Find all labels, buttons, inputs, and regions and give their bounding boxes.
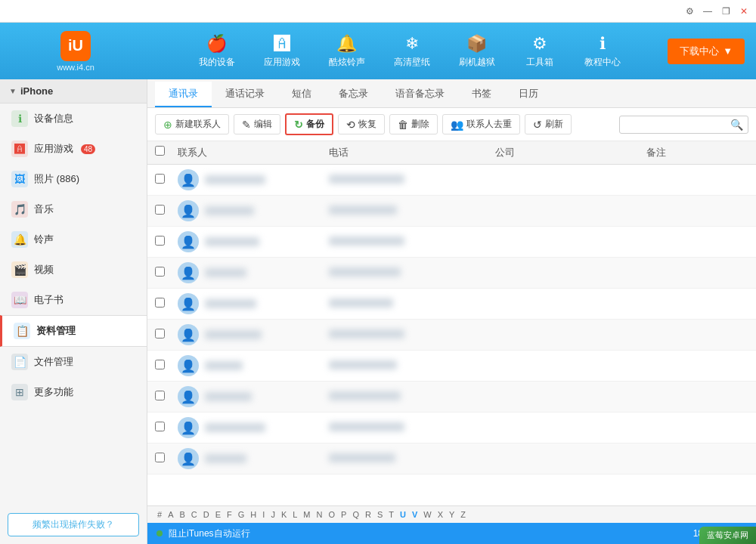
search-input[interactable] (624, 119, 730, 130)
row-checkbox[interactable] (147, 391, 170, 403)
search-box[interactable]: 🔍 (619, 116, 748, 134)
sidebar-item-more[interactable]: ⊞ 更多功能 (0, 377, 147, 407)
row-checkbox[interactable] (147, 422, 170, 434)
alpha-F[interactable]: F (225, 509, 234, 520)
edit-button[interactable]: ✎ 编辑 (234, 114, 280, 134)
table-row[interactable]: 👤 (147, 351, 756, 382)
download-button[interactable]: 下载中心 ▼ (668, 39, 745, 64)
minimize-icon[interactable]: — (702, 5, 714, 17)
row-checkbox[interactable] (147, 360, 170, 372)
sidebar-header: ▼ iPhone (0, 79, 147, 104)
sidebar-label-music: 音乐 (34, 202, 54, 216)
alpha-K[interactable]: K (279, 509, 289, 520)
nav-item-my-device[interactable]: 🍎 我的设备 (188, 29, 246, 73)
tab-notes[interactable]: 备忘录 (325, 82, 382, 107)
faq-button[interactable]: 频繁出现操作失败？ (8, 513, 139, 536)
row-checkbox[interactable] (147, 174, 170, 186)
alpha-Z[interactable]: Z (458, 509, 468, 520)
row-checkbox[interactable] (147, 453, 170, 465)
alpha-Y[interactable]: Y (447, 509, 457, 520)
alpha-P[interactable]: P (339, 509, 349, 520)
refresh-button[interactable]: ↺ 刷新 (525, 114, 572, 134)
sidebar: ▼ iPhone ℹ 设备信息 🅰 应用游戏48 🖼 照片 (886) 🎵 音乐… (0, 79, 147, 544)
alpha-I[interactable]: I (260, 509, 267, 520)
alpha-X[interactable]: X (435, 509, 445, 520)
alpha-B[interactable]: B (177, 509, 187, 520)
row-checkbox[interactable] (147, 298, 170, 310)
alpha-O[interactable]: O (326, 509, 337, 520)
table-row[interactable]: 👤 (147, 382, 756, 413)
alpha-S[interactable]: S (375, 509, 385, 520)
alpha-J[interactable]: J (268, 509, 277, 520)
table-row[interactable]: 👤 (147, 258, 756, 289)
row-checkbox[interactable] (147, 236, 170, 248)
alpha-T[interactable]: T (386, 509, 396, 520)
table-row[interactable]: 👤 (147, 196, 756, 227)
tab-contacts[interactable]: 通讯录 (155, 82, 212, 107)
sidebar-icon-video: 🎬 (11, 261, 28, 278)
tab-call-log[interactable]: 通话记录 (212, 82, 278, 107)
delete-button[interactable]: 🗑 删除 (389, 114, 438, 134)
sidebar-item-apps[interactable]: 🅰 应用游戏48 (0, 134, 147, 164)
row-checkbox[interactable] (147, 267, 170, 279)
sidebar-item-ringtone[interactable]: 🔔 铃声 (0, 224, 147, 255)
nav-item-tutorial[interactable]: ℹ 教程中心 (574, 29, 631, 73)
sidebar-item-photos[interactable]: 🖼 照片 (886) (0, 164, 147, 194)
table-row[interactable]: 👤 (147, 413, 756, 444)
row-contact: 👤 (170, 324, 321, 345)
nav-item-wallpaper[interactable]: ❄ 高清壁纸 (383, 29, 441, 73)
alpha-N[interactable]: N (314, 509, 325, 520)
alpha-W[interactable]: W (421, 509, 433, 520)
alpha-M[interactable]: M (301, 509, 312, 520)
alpha-E[interactable]: E (213, 509, 223, 520)
sidebar-items: ℹ 设备信息 🅰 应用游戏48 🖼 照片 (886) 🎵 音乐 🔔 铃声 🎬 视… (0, 104, 147, 407)
alpha-R[interactable]: R (363, 509, 373, 520)
alpha-V[interactable]: V (410, 509, 420, 520)
row-checkbox[interactable] (147, 205, 170, 217)
table-row[interactable]: 👤 (147, 320, 756, 351)
backup-button[interactable]: ↻ 备份 (285, 113, 333, 135)
new-contact-button[interactable]: ⊕ 新建联系人 (155, 114, 229, 134)
status-text[interactable]: 阻止iTunes自动运行 (169, 527, 250, 540)
row-checkbox[interactable] (147, 329, 170, 341)
table-row[interactable]: 👤 (147, 444, 756, 474)
tab-bookmark[interactable]: 书签 (458, 82, 505, 107)
alpha-C[interactable]: C (189, 509, 200, 520)
alpha-U[interactable]: U (398, 509, 408, 520)
table-row[interactable]: 👤 (147, 227, 756, 258)
alpha-D[interactable]: D (201, 509, 212, 520)
add-icon: ⊕ (163, 119, 172, 131)
alpha-G[interactable]: G (236, 509, 247, 520)
alpha-L[interactable]: L (290, 509, 299, 520)
sidebar-label-photos: 照片 (886) (34, 172, 79, 186)
nav-item-ringtone[interactable]: 🔔 酷炫铃声 (318, 29, 376, 73)
alpha-A[interactable]: A (166, 509, 175, 520)
sidebar-item-music[interactable]: 🎵 音乐 (0, 194, 147, 224)
dedup-button[interactable]: 👥 联系人去重 (442, 114, 520, 134)
table-row[interactable]: 👤 (147, 165, 756, 196)
close-icon[interactable]: ✕ (738, 5, 750, 17)
alpha-H[interactable]: H (248, 509, 259, 520)
nav-item-jailbreak[interactable]: 📦 刷机越狱 (448, 29, 506, 73)
sidebar-item-device-info[interactable]: ℹ 设备信息 (0, 104, 147, 134)
sidebar-item-video[interactable]: 🎬 视频 (0, 255, 147, 285)
tab-calendar[interactable]: 日历 (505, 82, 552, 107)
sidebar-item-file-mgmt[interactable]: 📄 文件管理 (0, 347, 147, 377)
sidebar-item-data-mgmt[interactable]: 📋 资料管理 (0, 315, 147, 347)
sidebar-label-ebook: 电子书 (34, 293, 64, 307)
nav-icon-toolbox: ⚙ (532, 34, 547, 54)
restore-icon[interactable]: ❐ (720, 5, 732, 17)
alpha-Q[interactable]: Q (350, 509, 361, 520)
restore-button[interactable]: ⟲ 恢复 (338, 114, 385, 134)
tab-voice-memo[interactable]: 语音备忘录 (382, 82, 458, 107)
nav-label-apps: 应用游戏 (264, 56, 300, 69)
nav-item-toolbox[interactable]: ⚙ 工具箱 (513, 29, 566, 73)
alpha-#[interactable]: # (155, 509, 164, 520)
select-all-checkbox[interactable] (155, 146, 165, 156)
tab-sms[interactable]: 短信 (278, 82, 325, 107)
sidebar-item-ebook[interactable]: 📖 电子书 (0, 285, 147, 315)
nav-item-apps[interactable]: 🅰 应用游戏 (253, 29, 311, 73)
table-row[interactable]: 👤 (147, 289, 756, 320)
settings-icon[interactable]: ⚙ (683, 5, 696, 17)
row-contact: 👤 (170, 355, 321, 376)
